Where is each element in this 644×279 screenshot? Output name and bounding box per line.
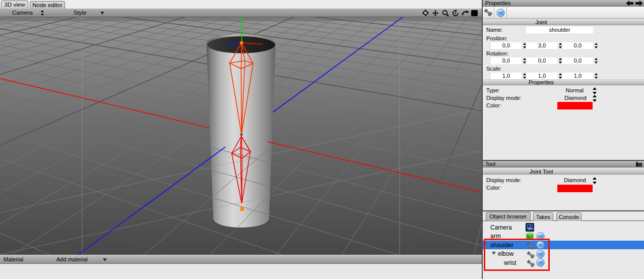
svg-text:m: m: [498, 10, 503, 16]
